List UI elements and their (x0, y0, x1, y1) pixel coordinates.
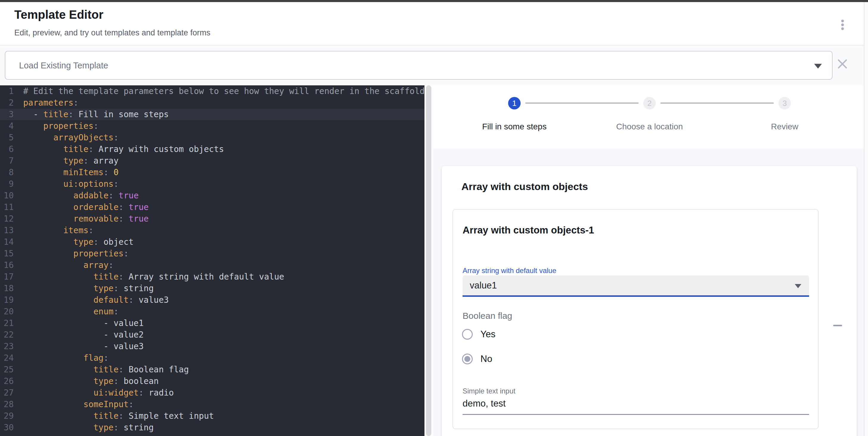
code-line[interactable]: 25 title: Boolean flag (0, 364, 425, 375)
boolean-flag-label: Boolean flag (463, 311, 512, 321)
code-text: orderable: true (23, 201, 425, 213)
code-text: ui:options: (23, 178, 425, 190)
array-string-select[interactable]: value1 (463, 275, 809, 297)
code-text: removable: true (23, 213, 425, 225)
code-line[interactable]: 13 items: (0, 225, 425, 236)
line-number: 22 (0, 329, 23, 340)
code-line[interactable]: 27 ui:widget: radio (0, 387, 425, 399)
code-line[interactable]: 7 type: array (0, 155, 425, 167)
top-window-strip (0, 0, 868, 2)
code-text: title: Array string with default value (23, 271, 425, 282)
code-line[interactable]: 11 orderable: true (0, 201, 425, 213)
code-line[interactable]: 1# Edit the template parameters below to… (0, 86, 425, 97)
line-number: 18 (0, 282, 23, 294)
line-number: 1 (0, 86, 23, 97)
code-text: minItems: 0 (23, 167, 425, 178)
radio-icon (462, 354, 473, 364)
stepper-step-1-circle: 1 (508, 97, 521, 109)
code-text: title: Simple text input (23, 410, 425, 422)
line-number: 20 (0, 306, 23, 317)
code-line[interactable]: 9 ui:options: (0, 178, 425, 190)
simple-text-input[interactable]: demo, test (463, 398, 506, 409)
caret-down-icon (795, 284, 801, 288)
kebab-dot (841, 20, 844, 22)
line-number: 27 (0, 387, 23, 399)
code-line[interactable]: 17 title: Array string with default valu… (0, 271, 425, 282)
kebab-dot (841, 27, 844, 30)
page-scrollbar[interactable] (864, 0, 868, 436)
input-underline (463, 414, 809, 415)
code-line[interactable]: 3 - title: Fill in some steps (0, 108, 425, 120)
code-line[interactable]: 24 flag: (0, 352, 425, 364)
line-number: 24 (0, 352, 23, 364)
template-picker-row: Load Existing Template (0, 45, 864, 86)
code-editor[interactable]: 1# Edit the template parameters below to… (0, 86, 425, 436)
code-text: - value1 (23, 317, 425, 329)
line-number: 26 (0, 375, 23, 387)
close-icon[interactable] (836, 58, 848, 70)
radio-icon (462, 329, 473, 340)
code-text: items: (23, 225, 425, 236)
line-number: 23 (0, 340, 23, 352)
line-number: 8 (0, 167, 23, 178)
code-line[interactable]: 19 default: value3 (0, 294, 425, 306)
code-line[interactable]: 23 - value3 (0, 340, 425, 352)
code-line[interactable]: 20 enum: (0, 306, 425, 317)
code-line[interactable]: 2parameters: (0, 97, 425, 108)
remove-array-item-button[interactable] (831, 318, 845, 333)
radio-option-yes[interactable]: Yes (462, 328, 496, 341)
line-number: 2 (0, 97, 23, 108)
array-item-card: Array with custom objects-1 Array string… (453, 209, 818, 429)
code-text: type: array (23, 155, 425, 167)
code-text: parameters: (23, 97, 425, 108)
array-string-select-label: Array string with default value (463, 266, 556, 275)
radio-option-yes-label: Yes (480, 329, 496, 340)
split-divider-handle[interactable] (426, 86, 431, 436)
code-line[interactable]: 12 removable: true (0, 213, 425, 225)
array-string-select-value: value1 (470, 280, 497, 291)
stepper-step-3-label: Review (731, 122, 838, 131)
code-line[interactable]: 28 someInput: (0, 399, 425, 410)
line-number: 10 (0, 190, 23, 201)
code-line[interactable]: 18 type: string (0, 282, 425, 294)
code-line[interactable]: 29 title: Simple text input (0, 410, 425, 422)
code-line[interactable]: 21 - value1 (0, 317, 425, 329)
code-text: title: Boolean flag (23, 364, 425, 375)
code-text: - title: Fill in some steps (23, 108, 425, 120)
code-text: - value2 (23, 329, 425, 340)
form-section-title: Array with custom objects (461, 181, 588, 193)
caret-down-icon (814, 64, 822, 68)
line-number: 4 (0, 120, 23, 132)
array-item-title: Array with custom objects-1 (463, 225, 594, 236)
minus-icon (833, 325, 842, 326)
code-line[interactable]: 8 minItems: 0 (0, 167, 425, 178)
line-number: 25 (0, 364, 23, 375)
code-line[interactable]: 5 arrayObjects: (0, 132, 425, 143)
code-text: type: string (23, 422, 425, 433)
line-number: 5 (0, 132, 23, 143)
code-line[interactable]: 10 addable: true (0, 190, 425, 201)
code-line[interactable]: 16 array: (0, 259, 425, 271)
code-text: default: value3 (23, 294, 425, 306)
code-line[interactable]: 26 type: boolean (0, 375, 425, 387)
code-line[interactable]: 15 properties: (0, 248, 425, 259)
line-number: 12 (0, 213, 23, 225)
split-divider-zone (425, 86, 433, 436)
page-title: Template Editor (14, 8, 103, 22)
line-number: 11 (0, 201, 23, 213)
code-line[interactable]: 14 type: object (0, 236, 425, 248)
load-existing-template-select[interactable]: Load Existing Template (5, 51, 833, 80)
line-number: 17 (0, 271, 23, 282)
page-subtitle: Edit, preview, and try out templates and… (14, 28, 211, 37)
code-line[interactable]: 22 - value2 (0, 329, 425, 340)
line-number: 21 (0, 317, 23, 329)
kebab-menu-icon[interactable] (836, 18, 849, 32)
code-line[interactable]: 30 type: string (0, 422, 425, 433)
radio-option-no[interactable]: No (462, 353, 492, 366)
code-text: properties: (23, 120, 425, 132)
code-text: # Edit the template parameters below to … (23, 86, 425, 97)
code-text: ui:widget: radio (23, 387, 425, 399)
code-line[interactable]: 4 properties: (0, 120, 425, 132)
code-line[interactable]: 6 title: Array with custom objects (0, 143, 425, 155)
code-text: array: (23, 259, 425, 271)
